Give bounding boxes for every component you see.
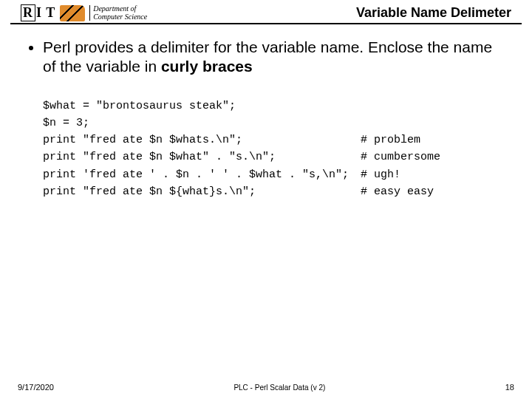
dept-line1: Department of bbox=[93, 4, 136, 13]
rit-logo-r: R bbox=[21, 4, 35, 21]
code-right bbox=[361, 98, 507, 115]
footer-page: 18 bbox=[505, 383, 514, 392]
code-row: print "fred ate $n $what" . "s.\n"; # cu… bbox=[43, 149, 507, 166]
department-label: Department of Computer Science bbox=[89, 5, 147, 21]
slide-header: R I T Department of Computer Science Var… bbox=[10, 0, 522, 24]
code-row: print "fred ate $n ${what}s.\n"; # easy … bbox=[43, 183, 507, 200]
slide-title: Variable Name Delimeter bbox=[356, 5, 511, 21]
bullet-text: Perl provides a delimiter for the variab… bbox=[43, 38, 492, 75]
code-right: # cumbersome bbox=[361, 149, 507, 166]
footer-center: PLC - Perl Scalar Data (v 2) bbox=[233, 383, 325, 392]
code-row: $what = "brontosaurus steak"; bbox=[43, 98, 507, 115]
slide-footer: 9/17/2020 PLC - Perl Scalar Data (v 2) 1… bbox=[0, 383, 532, 392]
footer-date: 9/17/2020 bbox=[18, 383, 54, 392]
tiger-icon bbox=[60, 5, 85, 21]
code-left: print "fred ate $n $whats.\n"; bbox=[43, 132, 361, 149]
code-left: print "fred ate $n ${what}s.\n"; bbox=[43, 183, 361, 200]
code-block: $what = "brontosaurus steak"; $n = 3; pr… bbox=[43, 98, 507, 201]
slide-body: Perl provides a delimiter for the variab… bbox=[0, 24, 532, 200]
code-right: # easy easy bbox=[361, 183, 507, 200]
code-right: # ugh! bbox=[361, 166, 507, 183]
code-row: print "fred ate $n $whats.\n"; # problem bbox=[43, 132, 507, 149]
code-left: print "fred ate $n $what" . "s.\n"; bbox=[43, 149, 361, 166]
bullet-bold: curly braces bbox=[161, 58, 253, 75]
logo-block: R I T Department of Computer Science bbox=[21, 4, 147, 21]
code-left: print 'fred ate ' . $n . ' ' . $what . "… bbox=[43, 166, 361, 183]
code-left: $n = 3; bbox=[43, 115, 361, 132]
code-row: $n = 3; bbox=[43, 115, 507, 132]
code-right bbox=[361, 115, 507, 132]
rit-logo: R I T bbox=[21, 4, 55, 21]
dept-line2: Computer Science bbox=[93, 13, 147, 21]
rit-logo-it: I T bbox=[36, 5, 55, 21]
bullet-item: Perl provides a delimiter for the variab… bbox=[43, 38, 507, 77]
bullet-list: Perl provides a delimiter for the variab… bbox=[25, 38, 507, 77]
code-row: print 'fred ate ' . $n . ' ' . $what . "… bbox=[43, 166, 507, 183]
code-right: # problem bbox=[361, 132, 507, 149]
code-left: $what = "brontosaurus steak"; bbox=[43, 98, 361, 115]
